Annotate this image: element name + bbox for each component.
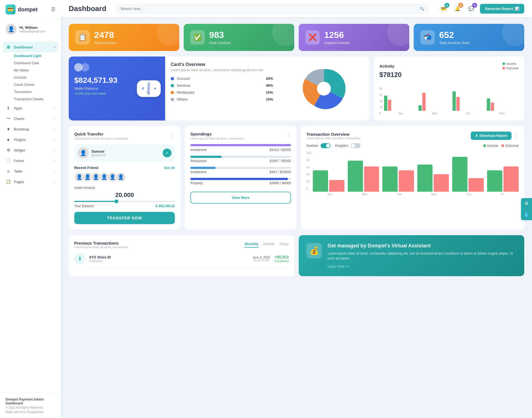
search-input[interactable] <box>121 7 418 11</box>
bell-icon-btn[interactable]: 🔔 12 <box>452 3 463 14</box>
spending-installment: Installment $487 / $10000 <box>190 167 291 174</box>
income-bar <box>417 165 433 192</box>
tab-today[interactable]: Today <box>279 242 289 248</box>
sidebar-item-table[interactable]: ≡ Table › <box>0 166 61 176</box>
dots-menu-icon[interactable]: ⋮ <box>514 133 519 139</box>
outcome-bar <box>388 100 391 111</box>
sidebar-item-label: Apps <box>14 106 22 110</box>
stat-number: 652 <box>439 30 469 40</box>
analytics-toggle[interactable] <box>351 143 360 148</box>
charts-icon: 〜 <box>6 116 11 121</box>
chat-badge: 5 <box>472 3 477 8</box>
item-name: Services <box>177 83 263 88</box>
amount-slider[interactable] <box>74 201 175 202</box>
subnav-dashboard-dark[interactable]: Dashboard Dark <box>8 60 61 67</box>
number-toggle[interactable] <box>321 143 331 148</box>
tab-monthly[interactable]: Monthly <box>245 242 259 248</box>
spending-name: Property <box>190 181 203 185</box>
subnav-transaction[interactable]: Transaction <box>8 88 61 96</box>
view-more-button[interactable]: View More <box>190 192 291 204</box>
wallet-icon-btn[interactable]: 💳 2 <box>438 3 449 14</box>
wallet-logo <box>74 63 160 71</box>
change-button[interactable]: ↻ Change ▾ <box>137 80 161 97</box>
download-btn-label: Download Report <box>480 134 507 138</box>
sidebar-item-apps[interactable]: ℹ Apps › <box>0 103 61 113</box>
generate-report-button[interactable]: Generate Report 📊 <box>480 4 524 14</box>
transaction-subtitle: Lorem ipsum dolor sit amet, consectetur <box>306 137 361 140</box>
transaction-type: Cashback <box>89 259 249 263</box>
bar-group-wed <box>487 98 519 111</box>
subnav-dashboard-light[interactable]: Dashboard Light <box>8 52 61 60</box>
chevron-right-icon: › <box>54 148 55 152</box>
spendings-list: Investment $1415 / $2000 Restauran <box>190 144 291 185</box>
others-dot <box>171 98 174 101</box>
sidebar-item-plugins[interactable]: ♥ Plugins › <box>0 134 61 145</box>
outcome-bar <box>422 93 426 111</box>
content-area: 📋 2478 Total Invoices ✅ 983 Paid Invoice… <box>61 17 532 418</box>
chat-icon-btn[interactable]: 💬 5 <box>466 3 477 14</box>
virtual-assistant-card: 💰 Get managed by Dompet's Virtual Assist… <box>299 235 524 276</box>
outcome-bar <box>364 166 379 192</box>
subnav-invoices[interactable]: Invoices <box>8 74 61 81</box>
widget-icon: ⚙ <box>6 147 11 153</box>
subnav-cards-center[interactable]: Cards Center <box>8 81 61 88</box>
user-info: Hi, William william@gmail.com <box>19 25 45 33</box>
transaction-info: XYZ Store ID Cashback <box>89 255 249 263</box>
outcome-label: Outcome <box>505 144 519 148</box>
activity-chart: 0 20 40 60 80 <box>379 83 519 115</box>
tab-weekly[interactable]: Weekly <box>263 242 275 248</box>
outcome-dot <box>501 144 504 147</box>
item-pct: 40% <box>266 83 273 88</box>
subnav-transaction-details[interactable]: Transaction Details <box>8 96 61 103</box>
chevron-right-icon: › <box>54 138 55 141</box>
installment-bar-fill <box>190 167 216 169</box>
income-label: Income <box>487 144 498 148</box>
income-legend: Income <box>483 144 498 148</box>
user-name: Hi, William <box>19 25 45 30</box>
transfer-now-button[interactable]: TRANSFER NOW <box>74 212 175 224</box>
subnav-my-wallet[interactable]: My Wallet <box>8 67 61 74</box>
friend-avatar-6: 👤 <box>116 172 126 182</box>
dots-menu-icon[interactable]: ⋮ <box>286 132 291 138</box>
income-bar <box>313 170 328 192</box>
sidebar-item-widget[interactable]: ⚙ Widget › <box>0 145 61 155</box>
sidebar-item-label: Dashboard <box>14 45 33 49</box>
final-section: Previous Transactions Lorem ipsum dolor … <box>69 235 524 276</box>
slider-thumb[interactable] <box>114 199 118 203</box>
search-bar[interactable]: 🔍 <box>116 4 428 13</box>
prev-title-area: Previous Transactions Lorem ipsum dolor … <box>74 241 129 249</box>
sidebar-item-forms[interactable]: 📄 Forms › <box>0 155 61 166</box>
chart-bars-area: Sun Mon Tue Wed Thu Fri <box>313 153 519 196</box>
hamburger-icon[interactable]: ☰ <box>51 6 55 12</box>
wallet-section: $824,571.93 Wallet Balance +0,8% than la… <box>69 57 165 120</box>
transaction-overview-card: Transaction Overview Lorem ipsum dolor s… <box>301 126 524 230</box>
transaction-status: Completed <box>274 259 289 263</box>
spending-name: Investment <box>190 148 207 152</box>
table-row: ⬇ XYZ Store ID Cashback June 4, 2020 05:… <box>74 250 289 268</box>
sidebar-item-bootstrap[interactable]: ★ Bootstrap › <box>0 124 61 134</box>
sidebar-item-pages[interactable]: 📋 Pages › <box>0 176 61 187</box>
recent-friend-label: Recent Friend <box>74 166 98 170</box>
plugins-icon: ♥ <box>6 137 11 142</box>
analytics-toggle-group: Analytics <box>335 143 360 148</box>
y-axis: 0 20 40 60 80 <box>379 87 382 115</box>
transaction-time: 05:34:45 AM <box>252 259 270 262</box>
person-handle: @sam224 <box>91 153 105 157</box>
services-dot <box>171 84 174 87</box>
chevron-right-icon: › <box>54 106 55 110</box>
spending-amounts: $487 / $10000 <box>270 170 291 174</box>
transaction-icon: ⬇ <box>74 253 85 264</box>
sidebar-item-dashboard[interactable]: ⊞ Dashboard ▾ <box>3 42 58 52</box>
see-all-link[interactable]: See All <box>164 166 175 170</box>
list-item: Others 15% <box>171 97 273 101</box>
settings-icon-btn[interactable]: ⚙ <box>521 198 532 209</box>
download-report-button[interactable]: ⬇ Download Report <box>471 132 511 140</box>
dots-menu-icon[interactable]: ⋮ <box>170 132 175 138</box>
restaurant-bar-fill <box>190 156 222 158</box>
outcome-label: Outcome <box>506 66 519 70</box>
sidebar-item-charts[interactable]: 〜 Charts › <box>0 113 61 124</box>
outcome-bar <box>456 97 460 111</box>
va-learn-more-link[interactable]: Learn more >> <box>328 265 349 268</box>
change-btn-label: Change <box>147 82 151 94</box>
water-drop-icon-btn[interactable]: 💧 <box>521 209 532 220</box>
